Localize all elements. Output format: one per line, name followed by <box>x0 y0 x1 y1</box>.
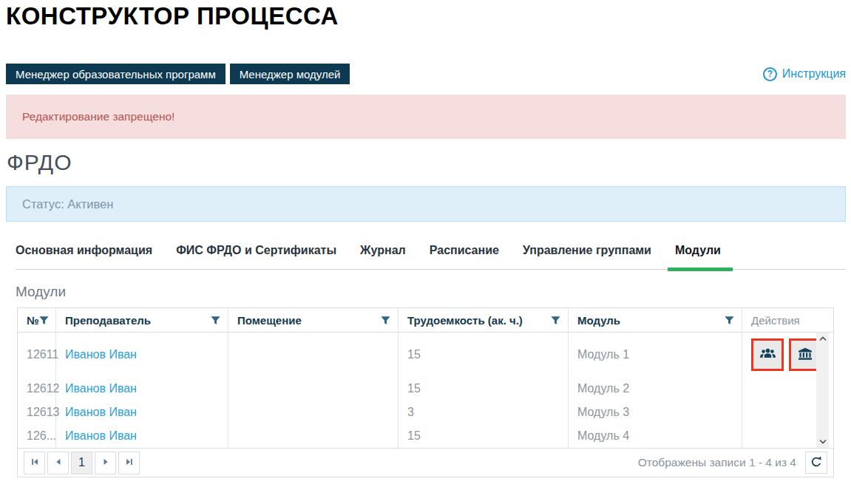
edit-forbidden-alert: Редактирование запрещено! <box>6 95 846 139</box>
last-page-button[interactable] <box>118 452 140 474</box>
modules-table: № Преподаватель Помещение Трудоемкость (… <box>17 307 834 477</box>
pager-summary: Отображены записи 1 - 4 из 4 <box>638 456 796 469</box>
column-header-hours[interactable]: Трудоемкость (ак. ч.) <box>399 308 569 332</box>
refresh-icon <box>810 455 823 471</box>
chevron-down-icon[interactable] <box>816 435 829 448</box>
teacher-link[interactable]: Иванов Иван <box>65 406 137 419</box>
tab-group-management[interactable]: Управление группами <box>523 244 651 269</box>
teacher-link[interactable]: Иванов Иван <box>65 429 137 443</box>
hours-cell: 3 <box>399 401 569 424</box>
next-page-button[interactable] <box>95 452 116 474</box>
filter-funnel-icon[interactable] <box>39 316 49 325</box>
instruction-link-label: Инструкция <box>782 67 846 81</box>
page-number-button[interactable]: 1 <box>71 452 92 474</box>
hours-cell: 15 <box>399 424 569 448</box>
tab-main-info[interactable]: Основная информация <box>16 244 152 269</box>
table-scrollbar[interactable] <box>816 333 829 448</box>
toolbar: Менеджер образовательных программ Менедж… <box>6 64 846 84</box>
row-number: 126... <box>18 424 56 448</box>
room-cell <box>228 424 399 448</box>
column-header-room[interactable]: Помещение <box>228 308 399 332</box>
first-page-icon <box>30 457 39 469</box>
hours-cell: 15 <box>399 333 569 377</box>
room-cell <box>228 333 399 377</box>
module-manager-button[interactable]: Менеджер модулей <box>230 64 350 84</box>
prev-page-icon <box>54 457 63 469</box>
module-cell: Модуль 2 <box>569 377 742 401</box>
program-title: ФРДО <box>7 150 846 175</box>
tab-journal[interactable]: Журнал <box>360 244 406 269</box>
row-number: 12613 <box>18 401 56 424</box>
process-constructor-page: КОНСТРУКТОР ПРОЦЕССА Менеджер образовате… <box>0 0 851 504</box>
row-number: 12611 <box>18 333 56 377</box>
first-page-button[interactable] <box>24 452 45 474</box>
question-circle-icon: ? <box>763 67 777 81</box>
table-body: 12611 Иванов Иван 15 Модуль 1 <box>18 333 833 448</box>
tab-bar: Основная информация ФИС ФРДО и Сертифика… <box>16 244 846 270</box>
status-bar: Статус: Активен <box>6 186 846 222</box>
instruction-link[interactable]: ? Инструкция <box>763 67 846 81</box>
column-header-number[interactable]: № <box>18 308 56 332</box>
row-number: 12612 <box>18 377 56 401</box>
refresh-button[interactable] <box>805 452 827 474</box>
room-cell <box>228 401 399 424</box>
tab-fis-frdo-certificates[interactable]: ФИС ФРДО и Сертификаты <box>176 244 336 269</box>
column-header-actions: Действия <box>742 308 833 332</box>
groups-action-button[interactable] <box>751 338 784 371</box>
table-pager: 1 Отображены записи 1 - 4 из 4 <box>18 448 833 477</box>
chevron-up-icon[interactable] <box>816 333 829 345</box>
program-manager-button[interactable]: Менеджер образовательных программ <box>6 64 226 84</box>
filter-funnel-icon[interactable] <box>725 316 734 325</box>
module-cell: Модуль 3 <box>569 401 742 424</box>
tab-schedule[interactable]: Расписание <box>430 244 499 269</box>
prev-page-button[interactable] <box>47 452 69 474</box>
group-icon <box>760 347 776 362</box>
status-text: Статус: Активен <box>22 197 113 211</box>
table-row: 12611 Иванов Иван 15 Модуль 1 <box>18 333 833 377</box>
last-page-icon <box>125 457 134 469</box>
table-header-row: № Преподаватель Помещение Трудоемкость (… <box>18 308 833 333</box>
table-row: 12612 Иванов Иван 15 Модуль 2 <box>18 377 833 401</box>
page-title: КОНСТРУКТОР ПРОЦЕССА <box>6 0 846 30</box>
alert-text: Редактирование запрещено! <box>22 110 174 123</box>
section-title: Модули <box>16 284 846 300</box>
column-header-module[interactable]: Модуль <box>569 308 742 332</box>
module-cell: Модуль 1 <box>569 333 742 377</box>
table-row: 12613 Иванов Иван 3 Модуль 3 <box>18 401 833 424</box>
bank-icon <box>798 347 813 363</box>
column-header-teacher[interactable]: Преподаватель <box>56 308 228 332</box>
tab-modules[interactable]: Модули <box>675 244 721 269</box>
filter-funnel-icon[interactable] <box>551 316 560 325</box>
room-cell <box>228 377 399 401</box>
hours-cell: 15 <box>399 377 569 401</box>
module-cell: Модуль 4 <box>569 424 742 448</box>
filter-funnel-icon[interactable] <box>211 316 220 325</box>
teacher-link[interactable]: Иванов Иван <box>65 382 137 395</box>
next-page-icon <box>101 457 110 469</box>
table-row: 126... Иванов Иван 15 Модуль 4 <box>18 424 833 448</box>
filter-funnel-icon[interactable] <box>381 316 390 325</box>
teacher-link[interactable]: Иванов Иван <box>65 348 137 361</box>
